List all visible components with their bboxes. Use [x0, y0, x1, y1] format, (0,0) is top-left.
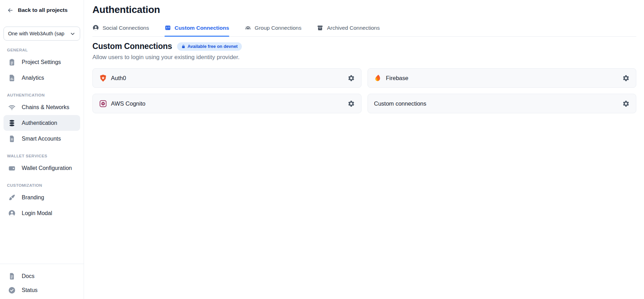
tab-label: Custom Connections [175, 25, 229, 31]
gear-icon[interactable] [622, 100, 630, 107]
back-label: Back to all projects [18, 7, 68, 13]
arrow-left-icon [7, 7, 14, 14]
card-left: Custom connections [374, 100, 623, 107]
sidebar-item-label: Branding [22, 194, 44, 201]
section-description: Allow users to login using your existing… [92, 54, 636, 61]
section-label-wallet-services: WALLET SERVICES [7, 154, 77, 158]
sidebar-item-label: Authentication [22, 120, 57, 126]
clipboard-icon [8, 58, 16, 66]
sidebar-item-label: Docs [22, 273, 34, 279]
card-left: Auth0 [99, 74, 348, 82]
sidebar-item-label: Status [22, 287, 37, 293]
sidebar-item-label: Project Settings [22, 59, 61, 65]
sidebar-item-smart-accounts[interactable]: Smart Accounts [4, 131, 80, 147]
project-selector-dropdown[interactable]: One with Web3Auth (sap [4, 27, 80, 41]
sidebar-item-wallet-configuration[interactable]: Wallet Configuration [4, 160, 80, 176]
sidebar-item-chains-networks[interactable]: Chains & Networks [4, 99, 80, 115]
connection-card-aws-cognito[interactable]: AWS Cognito [92, 94, 362, 113]
wallet-icon [8, 164, 16, 172]
card-label: AWS Cognito [111, 100, 145, 107]
card-label: Auth0 [111, 75, 126, 81]
lock-icon [181, 44, 186, 49]
tab-label: Social Connections [103, 25, 149, 31]
sidebar-item-status[interactable]: Status [4, 283, 80, 297]
section-label-customization: CUSTOMIZATION [7, 183, 77, 187]
chevron-down-icon [70, 31, 76, 37]
archive-box-icon [317, 24, 323, 31]
connection-card-auth0[interactable]: Auth0 [92, 68, 362, 88]
doc-icon [8, 272, 16, 280]
connection-card-custom-connections[interactable]: Custom connections [368, 94, 637, 113]
paintbrush-icon [8, 194, 16, 201]
sidebar-item-analytics[interactable]: Analytics [4, 70, 80, 86]
devnet-badge-label: Available free on devnet [188, 44, 238, 49]
card-label: Firebase [386, 75, 408, 81]
back-to-projects-button[interactable]: Back to all projects [0, 6, 84, 15]
sidebar-item-label: Analytics [22, 75, 44, 81]
section-label-authentication: AUTHENTICATION [7, 93, 77, 97]
devnet-badge: Available free on devnet [177, 42, 242, 51]
main-content: Authentication Social Connections Custom… [84, 0, 644, 299]
aws-cognito-logo [99, 100, 107, 108]
gear-icon[interactable] [348, 100, 355, 107]
sidebar-item-docs[interactable]: Docs [4, 269, 80, 283]
wifi-icon [8, 104, 16, 111]
people-group-icon [245, 24, 251, 31]
sidebar-item-label: Smart Accounts [22, 136, 61, 142]
user-circle-icon [8, 209, 16, 217]
sidebar-item-label: Chains & Networks [22, 104, 69, 111]
sidebar-footer: Docs Status [0, 264, 84, 299]
person-circle-icon [92, 24, 99, 31]
tab-archived-connections[interactable]: Archived Connections [317, 24, 380, 36]
analytics-icon [8, 74, 16, 82]
sidebar-item-label: Wallet Configuration [22, 165, 72, 171]
section-label-general: GENERAL [7, 48, 77, 52]
connection-cards-grid: Auth0 Firebase AWS Cognito [92, 68, 636, 113]
section-header: Custom Connections Available free on dev… [92, 42, 636, 51]
tab-label: Archived Connections [327, 25, 380, 31]
card-left: Firebase [374, 74, 623, 82]
auth0-logo [99, 74, 107, 82]
firebase-logo [374, 74, 382, 82]
sidebar: Back to all projects One with Web3Auth (… [0, 0, 84, 299]
sidebar-item-authentication[interactable]: Authentication [4, 115, 80, 131]
tab-social-connections[interactable]: Social Connections [92, 24, 149, 36]
gear-icon[interactable] [622, 74, 630, 82]
tab-group-connections[interactable]: Group Connections [245, 24, 302, 36]
connection-card-firebase[interactable]: Firebase [368, 68, 637, 88]
check-circle-icon [8, 286, 16, 294]
sidebar-item-label: Login Modal [22, 210, 52, 216]
sidebar-item-branding[interactable]: Branding [4, 190, 80, 205]
tab-custom-connections[interactable]: Custom Connections [164, 24, 229, 36]
page-title: Authentication [92, 3, 636, 16]
sidebar-nav: GENERAL Project Settings Analytics AUTHE… [0, 41, 84, 221]
project-selector-value: One with Web3Auth (sap [8, 31, 68, 36]
sidebar-item-project-settings[interactable]: Project Settings [4, 54, 80, 70]
section-heading: Custom Connections [92, 42, 172, 51]
database-stack-icon [8, 119, 16, 127]
card-label: Custom connections [374, 100, 427, 107]
tab-bar: Social Connections Custom Connections Gr… [92, 24, 636, 37]
id-badge-icon [164, 24, 171, 31]
card-left: AWS Cognito [99, 100, 348, 108]
file-icon [8, 135, 16, 143]
gear-icon[interactable] [348, 74, 355, 82]
tab-label: Group Connections [255, 25, 302, 31]
sidebar-item-login-modal[interactable]: Login Modal [4, 205, 80, 221]
